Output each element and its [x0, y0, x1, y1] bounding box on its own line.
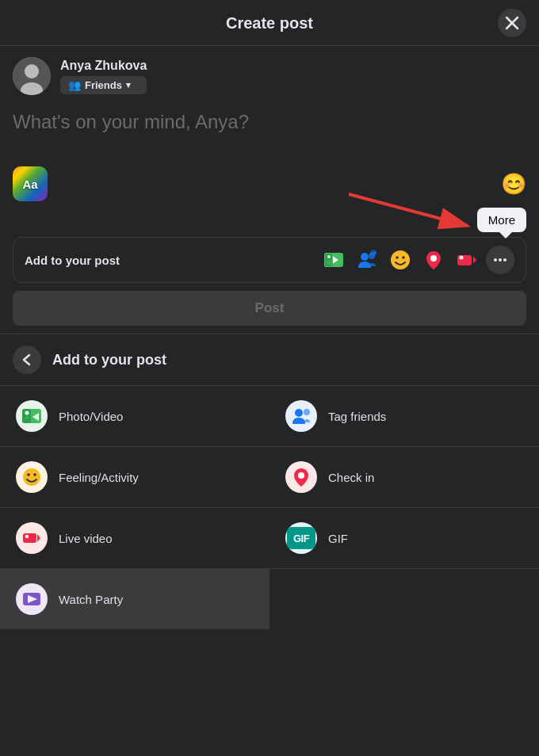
close-button[interactable]	[498, 9, 526, 37]
audience-selector[interactable]: 👥 Friends ▾	[60, 76, 147, 94]
option-gif[interactable]: GIF GIF	[270, 508, 539, 569]
post-button[interactable]: Post	[13, 291, 526, 326]
option-live-video[interactable]: Live video	[0, 508, 270, 569]
user-row: Anya Zhukova 👥 Friends ▾	[0, 46, 539, 103]
svg-point-20	[460, 256, 464, 260]
svg-point-30	[304, 409, 310, 415]
photo-video-label: Photo/Video	[59, 410, 123, 423]
avatar-image	[13, 57, 51, 95]
expanded-section-title: Add to your post	[52, 352, 166, 368]
option-tag-friends[interactable]: Tag friends	[270, 386, 539, 447]
modal-title: Create post	[226, 14, 313, 32]
tag-friends-label: Tag friends	[328, 410, 386, 423]
post-placeholder: What's on your mind, Anya?	[13, 111, 249, 132]
svg-point-17	[402, 256, 405, 259]
photo-video-toolbar-icon[interactable]	[319, 246, 348, 274]
svg-rect-35	[23, 533, 36, 543]
watch-party-option-icon	[16, 583, 48, 615]
option-photo-video[interactable]: Photo/Video	[0, 386, 270, 447]
svg-point-12	[361, 253, 369, 261]
svg-point-34	[298, 472, 304, 479]
post-input-area[interactable]: What's on your mind, Anya?	[0, 103, 539, 166]
svg-marker-37	[37, 534, 40, 542]
svg-point-22	[494, 258, 497, 262]
svg-point-33	[33, 473, 36, 476]
friends-icon: 👥	[68, 79, 81, 91]
back-button[interactable]	[13, 346, 41, 374]
content-wrapper: Aa 😊 More Add to your post	[0, 166, 539, 283]
svg-marker-21	[473, 256, 476, 264]
svg-rect-19	[457, 255, 472, 265]
live-video-option-icon	[16, 522, 48, 554]
options-grid: Photo/Video Tag friends	[0, 386, 539, 629]
svg-point-3	[25, 64, 39, 78]
svg-point-18	[430, 255, 437, 262]
gif-label: GIF	[328, 532, 348, 545]
audience-label: Friends	[85, 79, 122, 91]
user-info: Anya Zhukova 👥 Friends ▾	[60, 59, 147, 94]
expanded-add-to-post: Add to your post Photo/Video	[0, 334, 539, 629]
photo-video-option-icon	[16, 400, 48, 432]
post-icons	[319, 246, 514, 274]
avatar	[13, 57, 51, 95]
post-button-container: Post	[0, 283, 539, 334]
option-check-in[interactable]: Check in	[270, 447, 539, 508]
checkin-option-icon	[285, 461, 317, 493]
svg-point-24	[503, 258, 507, 262]
text-style-button[interactable]: Aa	[13, 166, 48, 201]
aa-label: Aa	[22, 178, 37, 191]
expanded-header: Add to your post	[0, 334, 539, 386]
option-watch-party[interactable]: Watch Party	[0, 569, 270, 629]
feeling-label: Feeling/Activity	[59, 471, 139, 484]
add-to-post-bar: Add to your post	[13, 237, 526, 283]
live-video-label: Live video	[59, 532, 113, 545]
watch-party-label: Watch Party	[59, 593, 123, 606]
gif-option-icon: GIF	[285, 522, 317, 554]
add-to-post-label: Add to your post	[25, 254, 312, 267]
more-tooltip: More	[477, 208, 526, 232]
svg-point-31	[23, 468, 40, 486]
svg-point-23	[499, 258, 502, 262]
tag-friends-toolbar-icon[interactable]	[353, 246, 381, 274]
svg-point-11	[327, 255, 331, 258]
svg-point-36	[25, 535, 29, 538]
live-video-toolbar-icon[interactable]	[453, 246, 481, 274]
emoji-picker-icon[interactable]: 😊	[501, 172, 526, 197]
checkin-toolbar-icon[interactable]	[419, 246, 448, 274]
more-label: More	[488, 213, 515, 227]
modal-header: Create post	[0, 0, 539, 46]
user-name: Anya Zhukova	[60, 59, 147, 73]
svg-point-15	[391, 250, 410, 269]
svg-point-32	[27, 473, 30, 476]
svg-point-29	[295, 409, 303, 417]
feeling-toolbar-icon[interactable]	[386, 246, 415, 274]
feeling-option-icon	[16, 461, 48, 493]
chevron-down-icon: ▾	[126, 80, 131, 90]
checkin-label: Check in	[328, 471, 374, 484]
more-options-toolbar-icon[interactable]	[486, 246, 514, 274]
option-feeling[interactable]: Feeling/Activity	[0, 447, 270, 508]
svg-point-16	[396, 256, 399, 259]
tag-friends-option-icon	[285, 400, 317, 432]
svg-point-27	[25, 411, 29, 415]
